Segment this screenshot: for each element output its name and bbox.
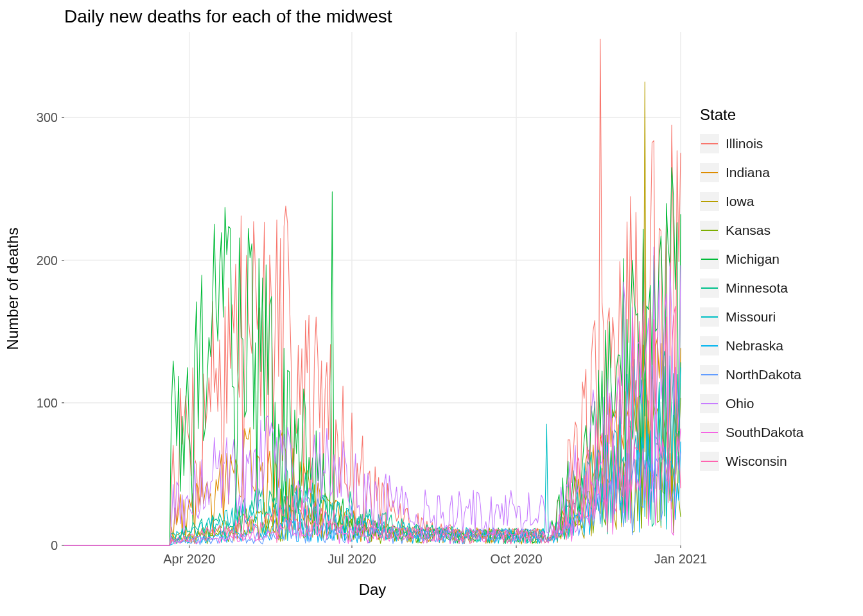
legend-key-icon (700, 394, 719, 413)
legend-item-michigan: Michigan (700, 244, 854, 273)
y-axis-label: Number of deaths (4, 228, 22, 350)
legend-item-wisconsin: Wisconsin (700, 447, 854, 475)
plot-svg: 0100200300 Apr 2020Jul 2020Oct 2020Jan 2… (64, 32, 681, 545)
legend-key-icon (700, 307, 719, 327)
legend-label: Illinois (726, 136, 763, 151)
legend-key-icon (700, 423, 719, 442)
legend-key-icon (700, 250, 719, 269)
legend-item-minnesota: Minnesota (700, 273, 854, 302)
legend-item-southdakota: SouthDakota (700, 418, 854, 447)
legend-item-missouri: Missouri (700, 302, 854, 331)
legend-item-indiana: Indiana (700, 158, 854, 187)
legend-label: Wisconsin (726, 454, 787, 469)
gridlines (64, 32, 681, 545)
legend: State IllinoisIndianaIowaKansasMichiganM… (700, 106, 854, 475)
legend-key-icon (700, 221, 719, 240)
svg-text:Jul 2020: Jul 2020 (327, 552, 376, 566)
legend-label: Indiana (726, 165, 770, 180)
legend-item-iowa: Iowa (700, 187, 854, 216)
svg-text:Jan 2021: Jan 2021 (654, 552, 707, 566)
series-indiana (64, 338, 681, 545)
legend-title: State (700, 106, 854, 124)
legend-key-icon (700, 192, 719, 211)
legend-label: Michigan (726, 252, 780, 267)
legend-key-icon (700, 336, 719, 355)
chart-container: Daily new deaths for each of the midwest… (0, 0, 863, 616)
legend-label: Ohio (726, 396, 754, 411)
legend-key-icon (700, 452, 719, 471)
legend-key-icon (700, 365, 719, 384)
svg-text:Oct 2020: Oct 2020 (490, 552, 542, 566)
legend-label: Iowa (726, 194, 754, 209)
svg-text:0: 0 (51, 538, 58, 552)
svg-text:200: 200 (37, 253, 58, 268)
legend-items: IllinoisIndianaIowaKansasMichiganMinneso… (700, 129, 854, 475)
series-ohio (64, 247, 681, 545)
svg-text:300: 300 (37, 110, 58, 124)
x-axis-ticks: Apr 2020Jul 2020Oct 2020Jan 2021 (163, 545, 707, 566)
line-series-group (64, 39, 681, 545)
legend-label: Nebraska (726, 338, 783, 354)
legend-item-nebraska: Nebraska (700, 331, 854, 360)
legend-label: Missouri (726, 309, 776, 325)
legend-key-icon (700, 134, 719, 153)
legend-key-icon (700, 278, 719, 298)
legend-label: NorthDakota (726, 367, 801, 382)
svg-text:100: 100 (37, 396, 58, 410)
chart-title: Daily new deaths for each of the midwest (64, 6, 392, 27)
legend-item-ohio: Ohio (700, 389, 854, 418)
svg-text:Apr 2020: Apr 2020 (163, 552, 215, 566)
legend-label: Minnesota (726, 280, 788, 296)
plot-panel: 0100200300 Apr 2020Jul 2020Oct 2020Jan 2… (64, 32, 681, 545)
y-axis-ticks: 0100200300 (37, 110, 64, 552)
series-iowa (64, 82, 681, 545)
legend-label: SouthDakota (726, 425, 803, 440)
legend-key-icon (700, 163, 719, 182)
legend-item-illinois: Illinois (700, 129, 854, 158)
legend-item-northdakota: NorthDakota (700, 360, 854, 389)
x-axis-label: Day (359, 581, 387, 599)
series-illinois (64, 39, 681, 545)
legend-label: Kansas (726, 223, 771, 238)
legend-item-kansas: Kansas (700, 216, 854, 244)
